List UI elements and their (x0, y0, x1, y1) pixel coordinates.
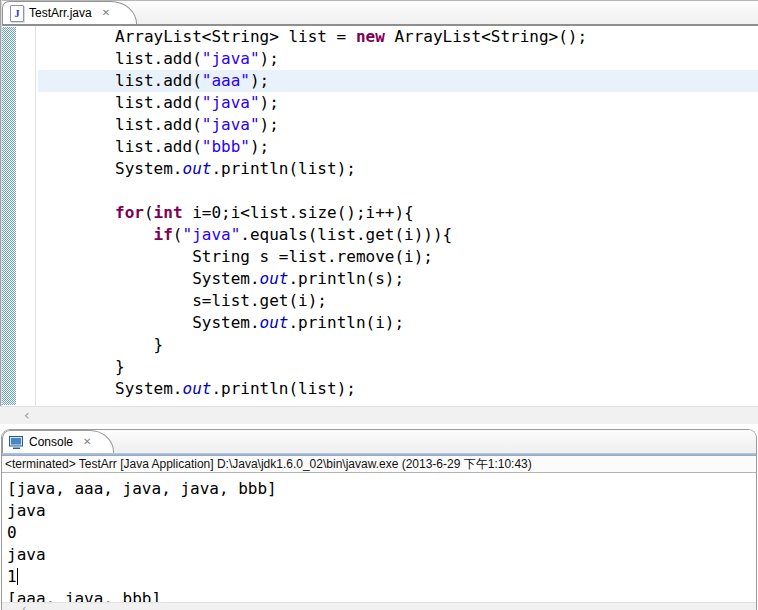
code-line[interactable]: list.add("java"); (38, 48, 758, 70)
code-line[interactable]: for(int i=0;i<list.size();i++){ (38, 202, 758, 224)
scroll-left-icon[interactable]: ‹ (22, 601, 26, 610)
code-line[interactable]: System.out.println(i); (38, 312, 758, 334)
code-line[interactable]: s=list.get(i); (38, 290, 758, 312)
editor-horizontal-scrollbar[interactable]: ‹ (0, 406, 758, 424)
console-icon (9, 436, 24, 449)
code-line[interactable]: if("java".equals(list.get(i))){ (38, 224, 758, 246)
code-line[interactable]: } (38, 334, 758, 356)
editor-tab-bar: J TestArr.java ✕ (0, 0, 758, 26)
editor-tab-label: TestArr.java (29, 6, 92, 20)
close-icon[interactable]: ✕ (83, 437, 91, 447)
code-line[interactable]: ArrayList<String> list = new ArrayList<S… (38, 26, 758, 48)
ruler-divider (35, 26, 36, 406)
console-output[interactable]: [java, aaa, java, java, bbb]java0java1[a… (2, 473, 756, 607)
console-output-line: java (7, 544, 756, 566)
code-content[interactable]: ArrayList<String> list = new ArrayList<S… (37, 26, 758, 406)
text-cursor (17, 568, 19, 585)
code-line[interactable]: list.add("bbb"); (38, 136, 758, 158)
close-icon[interactable]: ✕ (102, 8, 110, 18)
tab-console[interactable]: Console ✕ (2, 430, 114, 453)
code-editor[interactable]: ArrayList<String> list = new ArrayList<S… (0, 26, 758, 406)
console-tab-label: Console (29, 435, 73, 449)
console-output-line: java (7, 500, 756, 522)
window-left-border (0, 0, 2, 423)
annotation-ruler[interactable] (2, 27, 16, 405)
current-line-highlight[interactable]: list.add("aaa"); (38, 70, 758, 92)
code-line[interactable]: System.out.println(list); (38, 158, 758, 180)
console-output-line: 0 (7, 522, 756, 544)
console-horizontal-scrollbar[interactable]: ‹ (2, 602, 756, 610)
code-line[interactable]: System.out.println(s); (38, 268, 758, 290)
scroll-left-icon[interactable]: ‹ (24, 407, 30, 424)
code-line[interactable]: String s =list.remove(i); (38, 246, 758, 268)
java-file-icon: J (10, 5, 24, 22)
console-output-line: [java, aaa, java, java, bbb] (7, 478, 756, 500)
tab-testarr-java[interactable]: J TestArr.java ✕ (2, 1, 137, 24)
console-view: Console ✕ <terminated> TestArr [Java App… (1, 429, 757, 610)
code-line[interactable] (38, 180, 758, 202)
console-status-line: <terminated> TestArr [Java Application] … (2, 456, 756, 473)
console-tab-bar: Console ✕ (2, 430, 756, 453)
code-line[interactable]: System.out.println(list); (38, 378, 758, 400)
console-output-line: 1 (7, 566, 756, 588)
code-line[interactable]: list.add("java"); (38, 114, 758, 136)
code-line[interactable]: list.add("java"); (38, 92, 758, 114)
code-line[interactable]: } (38, 356, 758, 378)
